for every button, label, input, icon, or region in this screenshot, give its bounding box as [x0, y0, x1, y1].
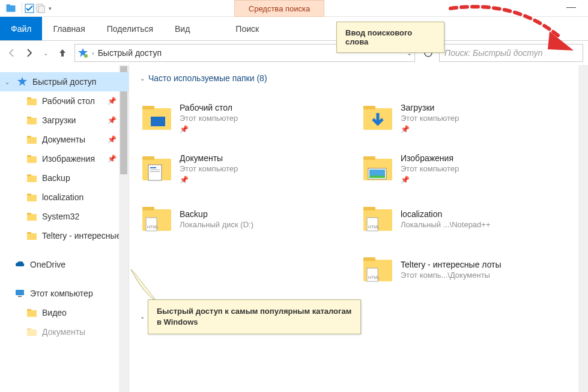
svg-rect-18 — [27, 214, 37, 221]
svg-rect-36 — [150, 167, 156, 168]
group-label: Часто используемые папки (8) — [148, 73, 267, 83]
folder-name: Загрузки — [401, 103, 459, 112]
tab-home[interactable]: Главная — [42, 17, 95, 40]
svg-rect-30 — [151, 117, 165, 126]
folder-path: Этот компьютер — [401, 114, 459, 123]
svg-rect-23 — [18, 296, 22, 297]
svg-rect-6 — [27, 99, 37, 105]
history-dropdown-icon[interactable]: ⌄ — [38, 46, 53, 60]
folder-name: Документы — [180, 153, 238, 163]
svg-rect-16 — [27, 195, 37, 201]
up-button[interactable] — [55, 46, 70, 60]
sidebar-item-desktop[interactable]: Рабочий стол 📌 — [0, 91, 129, 111]
folder-icon — [26, 230, 37, 241]
tab-view[interactable]: Вид — [164, 17, 201, 40]
chevron-down-icon[interactable]: ⌄ — [5, 79, 10, 85]
star-icon — [17, 76, 28, 87]
pin-icon: 📌 — [401, 176, 459, 184]
content-scrollbar[interactable] — [578, 65, 588, 392]
onedrive-icon — [14, 259, 25, 270]
folder-icon — [26, 326, 37, 337]
group-frequent-folders[interactable]: ⌄ Часто используемые папки (8) — [129, 70, 588, 87]
sidebar-item-system32[interactable]: System32 — [0, 207, 129, 226]
documents-folder-icon — [140, 152, 174, 185]
tab-file[interactable]: Файл — [0, 17, 42, 40]
sidebar-onedrive[interactable]: OneDrive — [0, 255, 129, 274]
svg-point-5 — [84, 54, 88, 58]
folder-icon — [26, 153, 37, 164]
pin-icon: 📌 — [401, 125, 459, 133]
folder-path: Локальный диск (D:) — [180, 220, 253, 229]
tab-share[interactable]: Поделиться — [96, 17, 164, 40]
quick-access-star-icon — [77, 47, 88, 58]
sidebar-item-downloads[interactable]: Загрузки 📌 — [0, 111, 129, 130]
properties-icon[interactable] — [35, 3, 46, 14]
folder-item[interactable]: HTML Backup Локальный диск (D:) — [140, 195, 356, 243]
svg-rect-12 — [27, 156, 37, 163]
sidebar-item-label: Быстрый доступ — [32, 77, 96, 87]
annotation-callout-search: Ввод поискового слова — [336, 22, 444, 53]
folder-item[interactable]: HTML localization Локальный ...\Notepad+… — [361, 195, 577, 243]
sidebar-item-label: Видео — [42, 308, 67, 317]
sidebar-item-pictures[interactable]: Изображения 📌 — [0, 149, 129, 168]
sidebar-item-documents[interactable]: Документы 📌 — [0, 130, 129, 149]
svg-rect-29 — [142, 106, 154, 109]
pin-icon: 📌 — [180, 176, 238, 184]
sidebar-item-teltery[interactable]: Teltery - интересные лоты — [0, 226, 129, 245]
sidebar-item-localization[interactable]: localization — [0, 188, 129, 207]
svg-rect-0 — [7, 5, 16, 12]
qat-dropdown-icon[interactable]: ▾ — [49, 5, 52, 11]
sidebar-scrollbar[interactable] — [119, 65, 129, 392]
downloads-folder-icon — [361, 101, 395, 135]
folder-path: Этот компьютер — [180, 114, 238, 123]
minimize-button[interactable]: ― — [565, 4, 577, 11]
folder-icon — [26, 134, 37, 145]
sidebar-item-label: Изображения — [42, 154, 95, 164]
explorer-icon — [5, 2, 17, 14]
folders-grid: Рабочий стол Этот компьютер 📌 Загрузки Э… — [129, 87, 588, 301]
svg-rect-19 — [27, 213, 31, 215]
desktop-folder-icon — [140, 101, 174, 135]
contextual-tab-label: Средства поиска — [234, 0, 324, 17]
folder-name: localization — [401, 209, 491, 219]
checkbox-icon[interactable] — [25, 4, 34, 13]
svg-text:HTML: HTML — [147, 225, 159, 229]
folder-item[interactable]: Изображения Этот компьютер 📌 — [361, 144, 577, 192]
search-input[interactable] — [444, 48, 578, 58]
svg-rect-40 — [363, 156, 375, 160]
back-button[interactable] — [5, 46, 19, 60]
folder-icon — [26, 211, 37, 222]
svg-rect-32 — [363, 106, 375, 109]
ribbon-tabs: Средства поиска Файл Главная Поделиться … — [0, 17, 588, 41]
forward-button[interactable] — [22, 46, 36, 60]
separator — [22, 2, 22, 14]
folder-item[interactable]: Документы Этот компьютер 📌 — [140, 144, 356, 192]
svg-rect-37 — [150, 170, 160, 170]
sidebar-item-backup[interactable]: Backup — [0, 168, 129, 188]
folder-path: Этот компь...\Документы — [401, 271, 502, 280]
folder-name: Изображения — [401, 153, 459, 163]
sidebar-this-pc[interactable]: Этот компьютер — [0, 284, 129, 303]
svg-rect-10 — [27, 137, 37, 144]
svg-rect-22 — [16, 290, 24, 295]
tab-search[interactable]: Поиск — [225, 17, 270, 40]
sidebar-item-label: Этот компьютер — [30, 289, 93, 298]
sidebar-item-documents-pc[interactable]: Документы — [0, 322, 129, 341]
svg-rect-15 — [27, 174, 31, 176]
folder-name: Teltery - интересные лоты — [401, 260, 502, 269]
search-box[interactable] — [439, 44, 583, 62]
svg-rect-9 — [27, 117, 31, 118]
pin-icon: 📌 — [108, 116, 117, 124]
sidebar-item-label: OneDrive — [30, 260, 65, 269]
sidebar-item-label: Backup — [42, 173, 70, 183]
content-pane: ⌄ Часто используемые папки (8) Рабочий с… — [129, 65, 588, 392]
sidebar-quick-access[interactable]: ⌄ Быстрый доступ — [0, 72, 129, 91]
folder-item[interactable]: Рабочий стол Этот компьютер 📌 — [140, 94, 356, 142]
pin-icon: 📌 — [108, 155, 117, 163]
sidebar-item-video[interactable]: Видео — [0, 303, 129, 322]
svg-rect-25 — [27, 309, 31, 311]
folder-item[interactable]: Загрузки Этот компьютер 📌 — [361, 94, 577, 142]
sidebar-item-label: Документы — [42, 135, 85, 144]
breadcrumb[interactable]: Быстрый доступ — [98, 48, 162, 58]
folder-item[interactable]: HTML Teltery - интересные лоты Этот комп… — [361, 245, 577, 293]
